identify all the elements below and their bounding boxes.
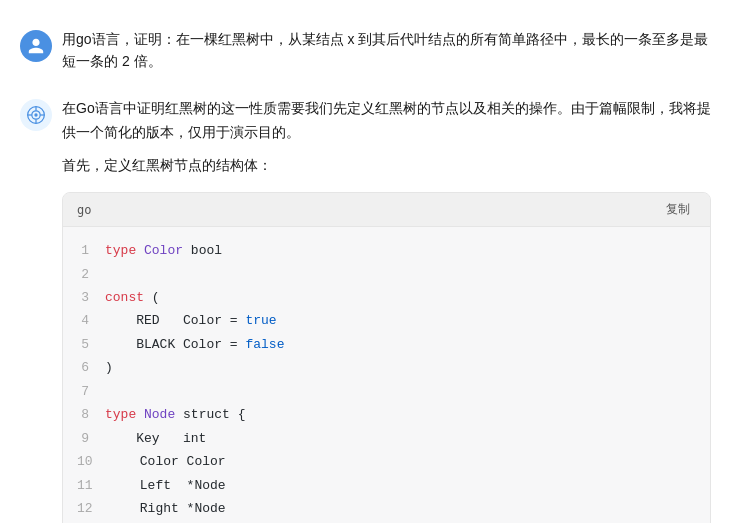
- line-code: [105, 381, 113, 402]
- token: Key int: [105, 431, 206, 446]
- code-line: 11 Left *Node: [63, 474, 710, 497]
- user-avatar: [20, 30, 52, 62]
- line-code: Color Color: [109, 451, 226, 472]
- svg-point-2: [34, 113, 37, 116]
- token: (: [144, 290, 160, 305]
- line-code: Left *Node: [109, 475, 226, 496]
- line-number: 9: [77, 428, 105, 449]
- user-icon: [27, 37, 45, 55]
- ai-content: 在Go语言中证明红黑树的这一性质需要我们先定义红黑树的节点以及相关的操作。由于篇…: [62, 97, 711, 523]
- line-code: type Color bool: [105, 240, 222, 261]
- line-code: const (: [105, 287, 160, 308]
- code-line: 1type Color bool: [63, 239, 710, 262]
- line-number: 6: [77, 357, 105, 378]
- token: Color: [144, 243, 183, 258]
- code-line: 10 Color Color: [63, 450, 710, 473]
- line-number: 12: [77, 498, 109, 519]
- line-number: 3: [77, 287, 105, 308]
- code-line: 4 RED Color = true: [63, 309, 710, 332]
- code-line: 8type Node struct {: [63, 403, 710, 426]
- line-code: Key int: [105, 428, 206, 449]
- code-header: go 复制: [63, 193, 710, 227]
- code-body: 1type Color bool2 3const (4 RED Color = …: [63, 227, 710, 523]
- line-code: [105, 264, 113, 285]
- line-code: ): [105, 357, 113, 378]
- ai-intro-second: 首先，定义红黑树节点的结构体：: [62, 154, 711, 178]
- line-number: 2: [77, 264, 105, 285]
- code-line: 3const (: [63, 286, 710, 309]
- user-message: 用go语言，证明：在一棵红黑树中，从某结点 x 到其后代叶结点的所有简单路径中，…: [0, 16, 731, 85]
- token: struct {: [175, 407, 245, 422]
- code-line: 6): [63, 356, 710, 379]
- token: const: [105, 290, 144, 305]
- token: true: [245, 313, 276, 328]
- code-line: 12 Right *Node: [63, 497, 710, 520]
- token: BLACK Color =: [105, 337, 245, 352]
- line-number: 4: [77, 310, 105, 331]
- code-block: go 复制 1type Color bool2 3const (4 RED Co…: [62, 192, 711, 523]
- token: Node: [144, 407, 175, 422]
- ai-avatar: [20, 99, 52, 131]
- line-code: type Node struct {: [105, 404, 245, 425]
- code-line: 2: [63, 263, 710, 286]
- token: type: [105, 407, 144, 422]
- token: type: [105, 243, 144, 258]
- line-code: Right *Node: [109, 498, 226, 519]
- ai-message: 在Go语言中证明红黑树的这一性质需要我们先定义红黑树的节点以及相关的操作。由于篇…: [0, 85, 731, 523]
- token: Color Color: [109, 454, 226, 469]
- user-message-text: 用go语言，证明：在一棵红黑树中，从某结点 x 到其后代叶结点的所有简单路径中，…: [62, 28, 711, 73]
- code-lang-label: go: [77, 203, 91, 217]
- token: Right *Node: [109, 501, 226, 516]
- code-line: 5 BLACK Color = false: [63, 333, 710, 356]
- line-number: 5: [77, 334, 105, 355]
- line-number: 1: [77, 240, 105, 261]
- copy-button[interactable]: 复制: [660, 199, 696, 220]
- token: ): [105, 360, 113, 375]
- ai-icon: [26, 105, 46, 125]
- line-code: RED Color = true: [105, 310, 277, 331]
- code-line: 9 Key int: [63, 427, 710, 450]
- line-number: 8: [77, 404, 105, 425]
- token: RED Color =: [105, 313, 245, 328]
- token: false: [245, 337, 284, 352]
- ai-intro-text: 在Go语言中证明红黑树的这一性质需要我们先定义红黑树的节点以及相关的操作。由于篇…: [62, 97, 711, 145]
- token: Left *Node: [109, 478, 226, 493]
- code-line: 7: [63, 380, 710, 403]
- line-number: 10: [77, 451, 109, 472]
- line-code: BLACK Color = false: [105, 334, 284, 355]
- line-number: 11: [77, 475, 109, 496]
- chat-container: 用go语言，证明：在一棵红黑树中，从某结点 x 到其后代叶结点的所有简单路径中，…: [0, 0, 731, 523]
- token: bool: [183, 243, 222, 258]
- line-number: 7: [77, 381, 105, 402]
